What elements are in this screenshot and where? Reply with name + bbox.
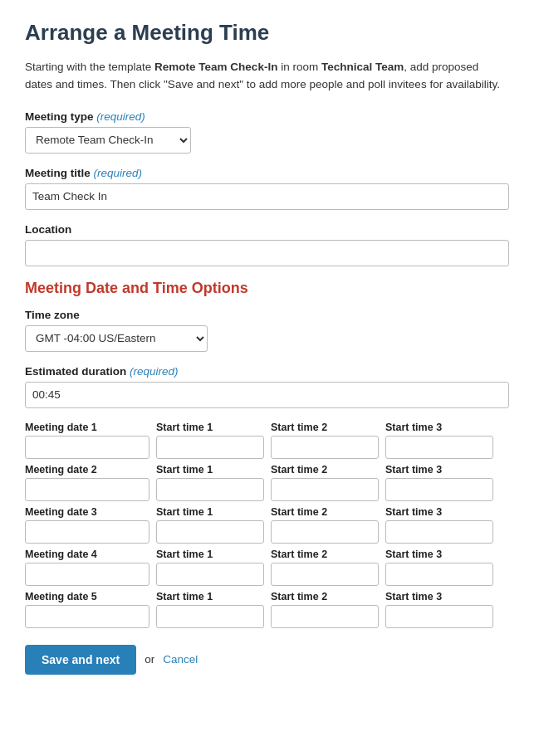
timezone-select[interactable]: GMT -04:00 US/Eastern GMT -05:00 US/Cent… — [25, 325, 208, 352]
date-input-5[interactable] — [25, 605, 149, 628]
date-time-grid: Meeting date 1 Start time 1 Start time 2… — [25, 422, 509, 628]
date-col-3: Meeting date 3 — [25, 506, 149, 544]
start-time-input-5-3[interactable] — [385, 605, 493, 628]
start-time-label-5-3: Start time 3 — [385, 591, 493, 602]
room-name: Technical Team — [321, 61, 404, 73]
start-time-label-5-1: Start time 1 — [156, 591, 264, 602]
meeting-type-select[interactable]: Remote Team Check-In In-Person Meeting O… — [25, 127, 191, 154]
duration-label: Estimated duration (required) — [25, 365, 509, 378]
start-time-1-1: Start time 1 — [156, 422, 264, 459]
start-time-input-1-3[interactable] — [385, 436, 493, 459]
start-time-4-3: Start time 3 — [385, 549, 493, 586]
meeting-type-group: Meeting type (required) Remote Team Chec… — [25, 110, 509, 154]
date-label-3: Meeting date 3 — [25, 506, 149, 518]
start-time-input-5-2[interactable] — [271, 605, 379, 628]
intro-in-room: in room — [277, 61, 321, 73]
date-time-section: Meeting Date and Time Options Time zone … — [25, 280, 509, 628]
start-time-2-3: Start time 3 — [385, 464, 493, 501]
location-label: Location — [25, 223, 509, 236]
start-time-input-2-3[interactable] — [385, 478, 493, 501]
start-time-5-3: Start time 3 — [385, 591, 493, 628]
date-input-3[interactable] — [25, 520, 149, 544]
intro-prefix: Starting with the template — [25, 61, 154, 73]
start-time-label-1-1: Start time 1 — [156, 422, 264, 433]
start-time-input-1-1[interactable] — [156, 436, 264, 459]
start-time-input-4-1[interactable] — [156, 563, 264, 586]
start-time-label-3-1: Start time 1 — [156, 506, 264, 518]
date-col-5: Meeting date 5 — [25, 591, 149, 628]
date-input-4[interactable] — [25, 563, 149, 586]
start-time-label-4-1: Start time 1 — [156, 549, 264, 560]
date-label-4: Meeting date 4 — [25, 549, 149, 560]
start-time-4-1: Start time 1 — [156, 549, 264, 586]
meeting-title-input[interactable] — [25, 183, 509, 210]
start-time-3-2: Start time 2 — [271, 506, 379, 544]
date-label-5: Meeting date 5 — [25, 591, 149, 602]
start-time-label-2-2: Start time 2 — [271, 464, 379, 476]
start-time-label-4-3: Start time 3 — [385, 549, 493, 560]
timezone-group: Time zone GMT -04:00 US/Eastern GMT -05:… — [25, 309, 509, 352]
start-time-input-4-2[interactable] — [271, 563, 379, 586]
section-title: Meeting Date and Time Options — [25, 280, 509, 297]
start-time-3-3: Start time 3 — [385, 506, 493, 544]
location-input[interactable] — [25, 240, 509, 266]
intro-text: Starting with the template Remote Team C… — [25, 59, 509, 94]
date-label-1: Meeting date 1 — [25, 422, 149, 433]
start-time-1-2: Start time 2 — [271, 422, 379, 459]
start-time-1-3: Start time 3 — [385, 422, 493, 459]
date-row-4: Meeting date 4 Start time 1 Start time 2… — [25, 549, 509, 586]
or-text: or — [145, 653, 154, 666]
date-label-2: Meeting date 2 — [25, 464, 149, 476]
date-row-2: Meeting date 2 Start time 1 Start time 2… — [25, 464, 509, 501]
start-time-input-5-1[interactable] — [156, 605, 264, 628]
start-time-input-3-3[interactable] — [385, 520, 493, 544]
page-title: Arrange a Meeting Time — [25, 20, 509, 46]
start-time-label-2-1: Start time 1 — [156, 464, 264, 476]
start-time-input-3-2[interactable] — [271, 520, 379, 544]
actions-bar: Save and next or Cancel — [25, 645, 509, 675]
start-time-label-1-2: Start time 2 — [271, 422, 379, 433]
start-time-label-2-3: Start time 3 — [385, 464, 493, 476]
start-time-4-2: Start time 2 — [271, 549, 379, 586]
start-time-3-1: Start time 1 — [156, 506, 264, 544]
start-time-2-2: Start time 2 — [271, 464, 379, 501]
date-col-2: Meeting date 2 — [25, 464, 149, 501]
date-input-1[interactable] — [25, 436, 149, 459]
date-row-5: Meeting date 5 Start time 1 Start time 2… — [25, 591, 509, 628]
meeting-title-group: Meeting title (required) — [25, 167, 509, 210]
date-input-2[interactable] — [25, 478, 149, 501]
template-name: Remote Team Check-In — [154, 61, 277, 73]
save-next-button[interactable]: Save and next — [25, 645, 136, 675]
start-time-input-3-1[interactable] — [156, 520, 264, 544]
start-time-label-5-2: Start time 2 — [271, 591, 379, 602]
start-time-5-2: Start time 2 — [271, 591, 379, 628]
start-time-2-1: Start time 1 — [156, 464, 264, 501]
cancel-link[interactable]: Cancel — [163, 653, 198, 666]
timezone-label: Time zone — [25, 309, 509, 321]
start-time-label-4-2: Start time 2 — [271, 549, 379, 560]
start-time-input-4-3[interactable] — [385, 563, 493, 586]
start-time-label-3-2: Start time 2 — [271, 506, 379, 518]
date-row-1: Meeting date 1 Start time 1 Start time 2… — [25, 422, 509, 459]
start-time-label-3-3: Start time 3 — [385, 506, 493, 518]
start-time-input-2-1[interactable] — [156, 478, 264, 501]
start-time-label-1-3: Start time 3 — [385, 422, 493, 433]
date-row-3: Meeting date 3 Start time 1 Start time 2… — [25, 506, 509, 544]
date-col-1: Meeting date 1 — [25, 422, 149, 459]
location-group: Location — [25, 223, 509, 266]
start-time-input-1-2[interactable] — [271, 436, 379, 459]
start-time-5-1: Start time 1 — [156, 591, 264, 628]
start-time-input-2-2[interactable] — [271, 478, 379, 501]
meeting-title-label: Meeting title (required) — [25, 167, 509, 179]
duration-input[interactable] — [25, 382, 509, 408]
meeting-type-label: Meeting type (required) — [25, 110, 509, 123]
date-col-4: Meeting date 4 — [25, 549, 149, 586]
duration-group: Estimated duration (required) — [25, 365, 509, 408]
